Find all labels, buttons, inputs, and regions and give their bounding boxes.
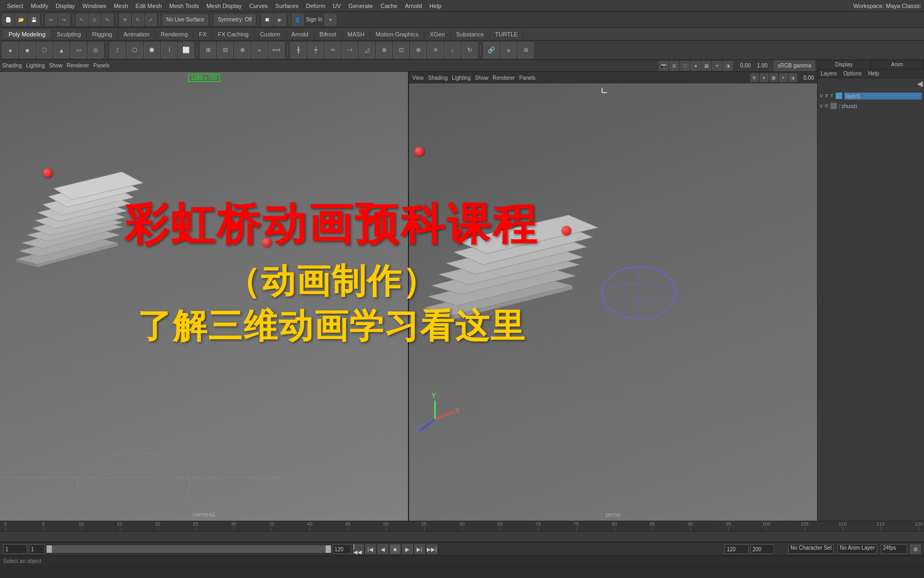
move-tool-btn[interactable]: ✛ (119, 14, 131, 26)
shelf-tab-mash[interactable]: MASH (342, 30, 371, 39)
no-live-surface-btn[interactable]: No Live Surface (163, 14, 208, 25)
layer1-name[interactable]: layer1 (844, 93, 922, 100)
rp-help-menu[interactable]: Help (865, 70, 882, 78)
vp-shadow-btn[interactable]: ◑ (723, 61, 733, 71)
layer1-p[interactable]: P (825, 93, 828, 98)
vp-grid-btn[interactable]: ⊞ (669, 61, 679, 71)
shelf-icon-fill-hole[interactable]: ⬜ (178, 42, 194, 58)
shelf-tab-rendering[interactable]: Rendering (156, 30, 194, 39)
menu-deform[interactable]: Deform (302, 2, 329, 10)
shelf-icon-cone[interactable]: ▲ (53, 42, 70, 58)
play-forward-btn[interactable]: ▶ (402, 544, 413, 554)
shelf-icon-mirror[interactable]: ⟺ (268, 42, 284, 58)
render-btn[interactable]: 🔲 (261, 14, 273, 26)
shelf-tab-xgen[interactable]: XGen (425, 30, 451, 39)
symmetry-btn[interactable]: Symmetry: Off (214, 14, 256, 25)
timeline-keys-area[interactable] (0, 531, 924, 542)
lasso-select-btn[interactable]: ⊙ (89, 14, 101, 26)
undo-btn[interactable]: ↩ (45, 14, 57, 26)
menu-display[interactable]: Display (52, 2, 79, 10)
menu-mesh[interactable]: Mesh (110, 2, 132, 10)
right-expand-btn[interactable]: ◀ (917, 79, 923, 88)
new-file-btn[interactable]: 📄 (2, 14, 14, 26)
skip-to-start-btn[interactable]: |◀◀ (353, 544, 364, 554)
rv-btn2[interactable]: ● (760, 73, 768, 82)
shelf-icon-cylinder[interactable]: ⬡ (36, 42, 52, 58)
shelf-icon-separate[interactable]: ⊟ (217, 42, 233, 58)
menu-surfaces[interactable]: Surfaces (272, 2, 302, 10)
menu-mesh-tools[interactable]: Mesh Tools (166, 2, 203, 10)
vp-camera-btn[interactable]: 📷 (659, 61, 668, 71)
stop-btn[interactable]: ■ (390, 544, 401, 554)
play-back-btn[interactable]: ◀ (378, 544, 388, 554)
anim-end-field[interactable]: 120 (725, 544, 749, 554)
shelf-tab-custom[interactable]: Custom (255, 30, 286, 39)
shelf-icon-delete-edge[interactable]: ✕ (427, 42, 443, 58)
sign-in-btn[interactable]: 👤 (292, 14, 304, 26)
menu-arnold[interactable]: Arnold (401, 2, 426, 10)
shelf-icon-plane[interactable]: ▭ (71, 42, 87, 58)
shelf-icon-cube[interactable]: ■ (19, 42, 35, 58)
shelf-icon-poke[interactable]: ⊡ (393, 42, 409, 58)
left-lighting-menu[interactable]: Lighting (26, 63, 45, 69)
select-tool-btn[interactable]: ↖ (76, 14, 88, 26)
shelf-icon-loop-cut[interactable]: ╂ (290, 42, 306, 58)
shelf-icon-target-weld[interactable]: 🔗 (483, 42, 499, 58)
menu-windows[interactable]: Windows (79, 2, 110, 10)
rv-btn1[interactable]: ⊞ (750, 73, 759, 82)
shelf-tab-rigging[interactable]: Rigging (87, 30, 118, 39)
right-panels-menu[interactable]: Panels (519, 75, 536, 81)
shelf-icon-spin-edge[interactable]: ↻ (461, 42, 478, 58)
shelf-icon-multi-cut[interactable]: ✂ (325, 42, 341, 58)
menu-cache[interactable]: Cache (376, 2, 401, 10)
shelf-icon-sphere[interactable]: ● (2, 42, 18, 58)
shelf-icon-crease[interactable]: ≡ (500, 42, 517, 58)
total-end-field[interactable]: 200 (750, 544, 774, 554)
menu-select[interactable]: Select (3, 2, 27, 10)
timeline-range-bar[interactable] (47, 545, 331, 553)
shelf-icon-append[interactable]: ⊕ (410, 42, 426, 58)
shelf-icon-merge[interactable]: ⬟ (144, 42, 160, 58)
rotate-tool-btn[interactable]: ↻ (132, 14, 144, 26)
layer2-p[interactable]: P (825, 103, 828, 109)
current-frame-field[interactable]: 1 (3, 544, 27, 554)
shelf-tab-substance[interactable]: Substance (451, 30, 490, 39)
sign-in-label[interactable]: Sign In (306, 17, 322, 22)
layer1-v[interactable]: V (820, 93, 823, 98)
fps-dropdown[interactable]: 24fps (881, 544, 907, 554)
shelf-tab-motion-graphics[interactable]: Motion Graphics (371, 30, 425, 39)
right-lighting-menu[interactable]: Lighting (452, 75, 471, 81)
vp-texture-btn[interactable]: ▦ (702, 61, 711, 71)
anim-tab[interactable]: Anim (871, 60, 925, 69)
right-renderer-menu[interactable]: Renderer (492, 75, 515, 81)
left-shading-menu[interactable]: Shading (2, 63, 22, 69)
vp-smooth-btn[interactable]: ● (691, 61, 700, 71)
menu-edit-mesh[interactable]: Edit Mesh (132, 2, 166, 10)
shelf-icon-insert-edge[interactable]: ┾ (307, 42, 324, 58)
shelf-tab-animation[interactable]: Animation (118, 30, 156, 39)
timeline-handle-end[interactable] (326, 545, 331, 553)
left-show-menu[interactable]: Show (49, 63, 63, 69)
rp-options-menu[interactable]: Options (840, 70, 865, 78)
left-viewport[interactable]: 1280 x 720 (0, 72, 409, 521)
sign-in-dropdown[interactable]: ▾ (325, 14, 336, 26)
character-set-dropdown[interactable]: No Character Set (788, 544, 834, 554)
left-panels-menu[interactable]: Panels (93, 63, 110, 69)
display-tab[interactable]: Display (818, 60, 871, 69)
shelf-icon-bevel[interactable]: ⬡ (127, 42, 143, 58)
shelf-tab-arnold[interactable]: Arnold (286, 30, 314, 39)
shelf-icon-wedge[interactable]: ◿ (359, 42, 375, 58)
menu-generate[interactable]: Generate (345, 2, 377, 10)
shelf-icon-boolean[interactable]: ⊕ (234, 42, 250, 58)
open-file-btn[interactable]: 📂 (15, 14, 27, 26)
shelf-icon-collapse[interactable]: ⊗ (376, 42, 392, 58)
range-start-field[interactable]: 1 (29, 544, 45, 554)
rv-btn3[interactable]: ▦ (769, 73, 778, 82)
shelf-tab-sculpting[interactable]: Sculpting (51, 30, 87, 39)
shelf-icon-smooth[interactable]: ≈ (251, 42, 267, 58)
shelf-tab-fx-caching[interactable]: FX Caching (212, 30, 254, 39)
anim-layer-dropdown[interactable]: No Anim Layer (837, 544, 877, 554)
right-view-menu[interactable]: View (412, 75, 424, 81)
menu-help[interactable]: Help (426, 2, 445, 10)
shelf-icon-connect[interactable]: ⊣ (342, 42, 358, 58)
